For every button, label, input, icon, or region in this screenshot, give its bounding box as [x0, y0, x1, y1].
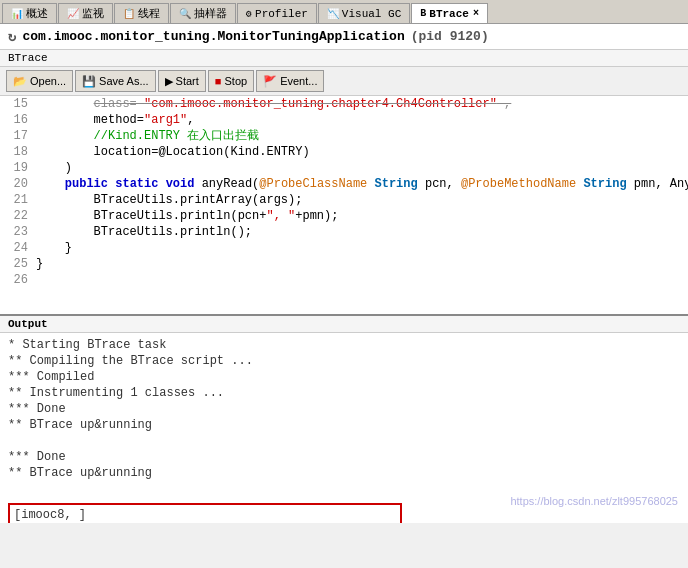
event-label: Event...: [280, 75, 317, 87]
monitor-icon: 📈: [67, 8, 79, 20]
output-line-1: [imooc8, ]: [14, 508, 86, 522]
save-label: Save As...: [99, 75, 149, 87]
output-line: [8, 433, 680, 449]
code-line: 20 public static void anyRead(@ProbeClas…: [0, 176, 688, 192]
tab-visualgc[interactable]: 📉 Visual GC: [318, 3, 410, 23]
output-label-text: Output: [8, 318, 48, 330]
tab-thread-label: 线程: [138, 6, 160, 21]
code-line: 17 //Kind.ENTRY 在入口出拦截: [0, 128, 688, 144]
open-button[interactable]: 📂 Open...: [6, 70, 73, 92]
output-line: *** Done: [8, 449, 680, 465]
stop-label: Stop: [225, 75, 248, 87]
code-line: 25 }: [0, 256, 688, 272]
output-line: ** BTrace up&running: [8, 417, 680, 433]
code-line: 19 ): [0, 160, 688, 176]
output-highlighted-text: [imooc8, ] com.imooc.monitor_tuning.chap…: [8, 503, 402, 523]
tab-thread[interactable]: 📋 线程: [114, 3, 169, 23]
stop-button[interactable]: ■ Stop: [208, 70, 254, 92]
pid-label: (pid 9120): [411, 29, 489, 44]
code-line: 15 class= "com.imooc.monitor_tuning.chap…: [0, 96, 688, 112]
start-label: Start: [176, 75, 199, 87]
code-line: 24 }: [0, 240, 688, 256]
refresh-icon: ↻: [8, 28, 16, 45]
code-line: 16 method="arg1",: [0, 112, 688, 128]
output-line: ** Compiling the BTrace script ...: [8, 353, 680, 369]
output-line: * Starting BTrace task: [8, 337, 680, 353]
tab-sampler-label: 抽样器: [194, 6, 227, 21]
code-line: 26: [0, 272, 688, 288]
code-editor[interactable]: 15 class= "com.imooc.monitor_tuning.chap…: [0, 96, 688, 316]
tab-monitor-label: 监视: [82, 6, 104, 21]
start-button[interactable]: ▶ Start: [158, 70, 206, 92]
code-line: 23 BTraceUtils.println();: [0, 224, 688, 240]
start-icon: ▶: [165, 75, 173, 88]
tab-profiler[interactable]: ⚙ Profiler: [237, 3, 317, 23]
output-label: Output: [0, 316, 688, 333]
overview-icon: 📊: [11, 8, 23, 20]
tab-btrace[interactable]: B BTrace ×: [411, 3, 488, 23]
btrace-icon: B: [420, 8, 426, 19]
open-label: Open...: [30, 75, 66, 87]
tab-monitor[interactable]: 📈 监视: [58, 3, 113, 23]
app-title: com.imooc.monitor_tuning.MonitorTuningAp…: [22, 29, 404, 44]
tab-overview-label: 概述: [26, 6, 48, 21]
open-icon: 📂: [13, 75, 27, 88]
tab-visualgc-label: Visual GC: [342, 8, 401, 20]
stop-icon: ■: [215, 75, 222, 87]
title-bar: ↻ com.imooc.monitor_tuning.MonitorTuning…: [0, 24, 688, 50]
save-icon: 💾: [82, 75, 96, 88]
event-icon: 🚩: [263, 75, 277, 88]
tab-close-icon[interactable]: ×: [473, 8, 479, 19]
code-line: 18 location=@Location(Kind.ENTRY): [0, 144, 688, 160]
sampler-icon: 🔍: [179, 8, 191, 20]
tab-btrace-label: BTrace: [429, 8, 469, 20]
toolbar: 📂 Open... 💾 Save As... ▶ Start ■ Stop 🚩 …: [0, 67, 688, 96]
visualgc-icon: 📉: [327, 8, 339, 20]
output-line: *** Done: [8, 401, 680, 417]
output-line: ** BTrace up&running: [8, 465, 680, 481]
tab-overview[interactable]: 📊 概述: [2, 3, 57, 23]
panel-label-text: BTrace: [8, 52, 48, 64]
output-line: *** Compiled: [8, 369, 680, 385]
btrace-panel-label: BTrace: [0, 50, 688, 67]
output-line: ** Instrumenting 1 classes ...: [8, 385, 680, 401]
tab-bar: 📊 概述 📈 监视 📋 线程 🔍 抽样器 ⚙ Profiler 📉 Visual…: [0, 0, 688, 24]
output-area[interactable]: * Starting BTrace task ** Compiling the …: [0, 333, 688, 523]
tab-sampler[interactable]: 🔍 抽样器: [170, 3, 236, 23]
code-line: 21 BTraceUtils.printArray(args);: [0, 192, 688, 208]
code-line: 22 BTraceUtils.println(pcn+", "+pmn);: [0, 208, 688, 224]
save-button[interactable]: 💾 Save As...: [75, 70, 156, 92]
tab-profiler-label: Profiler: [255, 8, 308, 20]
watermark: https://blog.csdn.net/zlt995768025: [510, 495, 678, 507]
event-button[interactable]: 🚩 Event...: [256, 70, 324, 92]
profiler-icon: ⚙: [246, 8, 252, 20]
thread-icon: 📋: [123, 8, 135, 20]
